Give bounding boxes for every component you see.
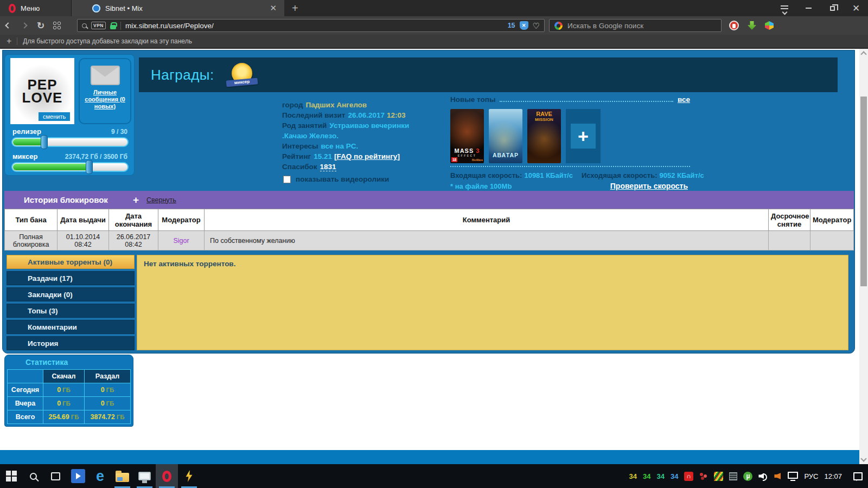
poster-subtitle: MISSION xyxy=(527,117,561,122)
profile-tab-item[interactable]: Топы (3) xyxy=(7,304,135,318)
mixer-medal-icon[interactable]: миксер xyxy=(229,62,256,88)
thanks-count-link[interactable]: 1831 xyxy=(320,163,336,171)
close-button[interactable]: ✕ xyxy=(844,0,868,16)
user-info: городПадших АнгеловПоследний визит26.06.… xyxy=(282,100,450,183)
stats-value-cell: 0ГБ xyxy=(85,383,131,397)
edge-icon[interactable]: e xyxy=(89,464,111,488)
check-speed-link[interactable]: Проверить скорость xyxy=(610,182,688,190)
stats-number: 0 xyxy=(57,400,61,407)
grid-tray-icon[interactable] xyxy=(729,472,737,480)
ban-col-header: Модератор xyxy=(810,209,854,231)
stats-number: 0 xyxy=(101,400,105,407)
tab-menu-button[interactable] xyxy=(773,0,796,16)
user-info-row: .Качаю Железо. xyxy=(282,131,450,141)
profile-tab-active[interactable]: Активные торренты (0) xyxy=(7,255,135,269)
taskbar-search-button[interactable] xyxy=(22,464,44,488)
progress-knob[interactable] xyxy=(86,160,93,174)
action-center-icon[interactable] xyxy=(853,472,863,480)
stats-number: 0 xyxy=(101,386,105,394)
stats-col-header: Скачал xyxy=(43,370,85,383)
all-tops-link[interactable]: все xyxy=(678,95,690,104)
switcher-app-icon[interactable] xyxy=(178,464,200,488)
avira-tray-icon[interactable]: ∩ xyxy=(684,472,693,481)
page-scrollbar[interactable] xyxy=(859,49,868,464)
opera-taskbar-icon[interactable] xyxy=(156,464,178,488)
back-button[interactable] xyxy=(0,23,16,28)
ban-col-header: Комментарий xyxy=(205,209,769,231)
system-monitor-icon[interactable] xyxy=(133,464,156,488)
scroll-up-icon[interactable] xyxy=(860,51,866,57)
forward-button[interactable] xyxy=(16,23,33,28)
user-info-row: Рейтинг15.21[FAQ по рейтингу] xyxy=(282,151,450,162)
user-info-row: Интересывсе на PC. xyxy=(282,141,450,151)
releaser-progress-bar[interactable] xyxy=(11,137,129,147)
private-messages-link[interactable]: Личные сообщения (0 новых) xyxy=(82,89,128,110)
speed-dial-button[interactable] xyxy=(49,22,65,29)
bookmark-heart-icon[interactable]: ♡ xyxy=(533,22,540,30)
ban-cell: 01.10.2014 08:42 xyxy=(58,231,109,251)
poster-number: 3 xyxy=(476,147,480,154)
private-messages-box[interactable]: Личные сообщения (0 новых) xyxy=(79,58,131,124)
progress-knob[interactable] xyxy=(41,135,48,149)
add-top-tile[interactable]: + xyxy=(566,109,601,163)
expand-plus-icon[interactable]: + xyxy=(133,194,139,206)
web-page: PEP LOVE сменить Личные сообщения (0 нов… xyxy=(0,49,868,464)
app-volume-icon[interactable] xyxy=(774,472,782,480)
windows-taskbar: e 34343434 ∩ µ РУС 12:07 xyxy=(0,464,868,488)
stats-unit: ГБ xyxy=(62,400,71,407)
profile-tab-item[interactable]: Закладки (0) xyxy=(7,287,135,301)
zigzag-tray-icon[interactable] xyxy=(714,472,723,481)
opera-menu-button[interactable]: Меню xyxy=(0,0,72,16)
volume-icon[interactable] xyxy=(758,472,768,480)
profile-tab-item[interactable]: История xyxy=(7,336,135,350)
language-indicator[interactable]: РУС xyxy=(804,472,818,480)
moderator-link[interactable]: Sigor xyxy=(158,231,205,251)
clock[interactable]: 12:07 xyxy=(824,472,842,480)
out-speed-label: Исходящая скорость: xyxy=(582,171,658,179)
divider xyxy=(17,37,17,45)
new-tab-button[interactable]: + xyxy=(284,0,306,16)
utorrent-tray-icon[interactable]: µ xyxy=(743,472,752,481)
task-view-button[interactable] xyxy=(44,464,67,488)
change-avatar-link[interactable]: сменить xyxy=(39,112,70,121)
browser-tab-bar: Меню Sibnet • Mix ✕ + ✕ xyxy=(0,0,868,16)
google-search-field[interactable]: Искать в Google поиск xyxy=(549,19,722,32)
address-bar[interactable]: VPN mix.sibnet.ru/user/Peplove/ 15 ✕ ♡ xyxy=(77,19,545,32)
stats-value-cell: 0ГБ xyxy=(43,383,85,397)
vpn-badge[interactable]: VPN xyxy=(91,22,106,29)
movies-tv-icon[interactable] xyxy=(67,464,89,488)
profile-tab-item[interactable]: Раздачи (17) xyxy=(7,271,135,285)
tab-close-icon[interactable]: ✕ xyxy=(267,3,279,13)
browser-tab[interactable]: Sibnet • Mix ✕ xyxy=(72,0,284,16)
poster-mass-effect-3[interactable]: MASS 3EFFECT18BioWare xyxy=(450,109,484,163)
adblock-shield-icon[interactable]: ✕ xyxy=(520,21,528,30)
profile-tab-item[interactable]: Комментарии xyxy=(7,320,135,334)
downloader-extension-icon[interactable] xyxy=(748,21,756,30)
start-button[interactable] xyxy=(0,464,22,488)
pinwheel-extension-icon[interactable] xyxy=(765,21,774,30)
extension-buttons xyxy=(729,21,774,30)
faq-rating-link[interactable]: FAQ по рейтингу xyxy=(336,152,397,160)
info-label: Интересы xyxy=(282,142,318,150)
collapse-link[interactable]: Свернуть xyxy=(146,196,176,204)
add-bookmark-icon[interactable]: + xyxy=(7,36,11,46)
adblock-extension-icon[interactable] xyxy=(729,21,739,30)
url-text[interactable]: mix.sibnet.ru/user/Peplove/ xyxy=(125,22,503,30)
info-label: Последний визит xyxy=(282,111,345,119)
restore-button[interactable] xyxy=(820,0,844,16)
statistics-table: СкачалРаздал Сегодня0ГБ0ГБВчера0ГБ0ГБВсе… xyxy=(7,369,131,424)
scroll-down-icon[interactable] xyxy=(860,455,866,461)
mixer-progress-bar[interactable] xyxy=(11,162,129,172)
stats-row: Всего254.69ГБ3874.72ГБ xyxy=(8,410,131,424)
show-videos-checkbox[interactable] xyxy=(283,176,291,183)
network-icon[interactable] xyxy=(788,472,798,479)
file-explorer-icon[interactable] xyxy=(111,464,133,488)
dots-tray-icon[interactable] xyxy=(699,472,708,480)
stats-row: Сегодня0ГБ0ГБ xyxy=(8,383,131,397)
poster-avatar[interactable]: АВАТАР xyxy=(489,109,522,163)
user-info-row: городПадших Ангелов xyxy=(282,100,450,110)
scrollbar-thumb[interactable] xyxy=(860,97,867,286)
poster-rave-mission[interactable]: RAVEMISSION xyxy=(527,109,561,163)
reload-button[interactable]: ↻ xyxy=(33,20,49,31)
minimize-button[interactable] xyxy=(796,0,820,16)
